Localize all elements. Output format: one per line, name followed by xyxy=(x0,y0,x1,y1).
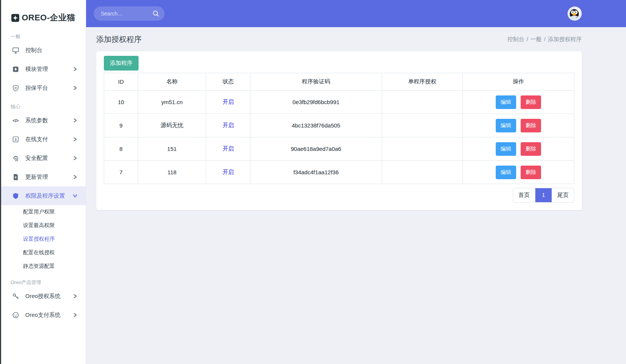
sidebar-item-update[interactable]: 更新管理 > xyxy=(1,167,86,186)
sidebar-item-payment[interactable]: $ 在线支付 > xyxy=(1,130,86,149)
header-code: 程序验证码 xyxy=(250,73,382,91)
cell-code: 0e3fb29fd6bcb991 xyxy=(250,91,382,114)
status-toggle-link[interactable]: 开启 xyxy=(222,98,234,105)
cell-id: 9 xyxy=(104,114,138,137)
search-box xyxy=(94,6,165,21)
sidebar-item-guarantee[interactable]: 担 担保平台 > xyxy=(1,78,86,97)
header-single-auth: 单程序授权 xyxy=(382,73,463,91)
search-icon[interactable] xyxy=(152,10,160,17)
sidebar-item-sysparams[interactable]: </> 系统参数 > xyxy=(1,111,86,130)
brand-logo[interactable]: OREO-企业猫 xyxy=(1,0,86,27)
submenu-item-auth-program[interactable]: 设置授权程序 xyxy=(1,232,86,246)
face-icon xyxy=(11,312,20,319)
cell-single-auth xyxy=(382,137,463,161)
pagination-last[interactable]: 尾页 xyxy=(552,188,574,202)
user-avatar[interactable] xyxy=(567,6,582,21)
breadcrumb-current: 添加授权程序 xyxy=(544,36,582,43)
header-id: ID xyxy=(104,73,138,91)
cell-single-auth xyxy=(382,91,463,114)
breadcrumb-console[interactable]: 控制台 xyxy=(507,36,524,43)
edit-button[interactable]: 编辑 xyxy=(496,95,516,109)
sidebar-item-label: 担保平台 xyxy=(25,84,48,92)
sidebar-item-label: 更新管理 xyxy=(25,174,48,181)
cell-id: 8 xyxy=(104,137,138,161)
monitor-icon xyxy=(11,47,20,54)
sidebar-section-general: 一般 xyxy=(11,33,86,40)
delete-button[interactable]: 删除 xyxy=(521,142,541,156)
cell-name: 118 xyxy=(138,161,206,184)
topbar xyxy=(86,0,626,27)
sidebar-item-label: Oreo支付系统 xyxy=(25,312,60,319)
cell-name: 源码无忧 xyxy=(138,114,206,137)
table-row: 10 ym51.cn 开启 0e3fb29fd6bcb991 编辑 删除 xyxy=(104,91,574,114)
pagination-row: 首页 1 尾页 xyxy=(104,188,574,203)
status-toggle-link[interactable]: 开启 xyxy=(222,169,234,175)
edit-button[interactable]: 编辑 xyxy=(496,142,516,156)
edit-button[interactable]: 编辑 xyxy=(496,166,516,179)
delete-button[interactable]: 删除 xyxy=(521,166,541,179)
sidebar-item-label: Oreo授权系统 xyxy=(25,293,60,300)
sidebar-section-oreo: Oreo产品管理 xyxy=(11,279,86,286)
chevron-down-icon: > xyxy=(71,194,79,197)
svg-text:担: 担 xyxy=(14,86,17,89)
fingerprint-icon xyxy=(11,155,20,162)
pagination-page-1[interactable]: 1 xyxy=(535,188,552,202)
brand-shield-icon xyxy=(11,14,19,22)
chevron-right-icon: > xyxy=(74,292,77,300)
sidebar-item-label: 控制台 xyxy=(25,47,42,54)
svg-text:$: $ xyxy=(14,137,17,141)
chevron-right-icon: > xyxy=(74,135,77,143)
submenu-item-user-perm[interactable]: 配置用户权限 xyxy=(1,205,86,219)
permissions-submenu: 配置用户权限 设置最高权限 设置授权程序 配置在线授权 静态资源配置 xyxy=(1,205,86,273)
sidebar-item-label: 模块管理 xyxy=(25,66,48,73)
shield-icon xyxy=(11,192,20,200)
sidebar-item-permissions[interactable]: 权限及程序设置 > xyxy=(1,186,86,205)
cell-id: 10 xyxy=(104,91,138,114)
pagination-first[interactable]: 首页 xyxy=(513,188,535,202)
edit-button[interactable]: 编辑 xyxy=(496,119,516,132)
chevron-right-icon: > xyxy=(74,154,77,162)
chevron-right-icon: > xyxy=(74,311,77,319)
cell-id: 7 xyxy=(104,161,138,184)
sidebar-section-core: 核心 xyxy=(11,103,86,110)
page-title: 添加授权程序 xyxy=(96,34,142,45)
dollar-square-icon: $ xyxy=(11,136,20,143)
table-row: 8 151 开启 90ae618a9ed7a0a6 编辑 删除 xyxy=(104,137,574,161)
sidebar-item-modules[interactable]: 模块管理 > xyxy=(1,60,86,78)
add-program-button[interactable]: 添加程序 xyxy=(104,56,139,71)
table-row: 7 118 开启 f34adc4f1aa12f36 编辑 删除 xyxy=(104,161,574,184)
status-toggle-link[interactable]: 开启 xyxy=(222,122,234,128)
delete-button[interactable]: 删除 xyxy=(521,95,541,109)
table-header-row: ID 名称 状态 程序验证码 单程序授权 操作 xyxy=(104,73,574,91)
guarantee-shield-icon: 担 xyxy=(11,84,20,92)
delete-button[interactable]: 删除 xyxy=(521,119,541,132)
submenu-item-online-auth[interactable]: 配置在线授权 xyxy=(1,246,86,260)
pagination: 首页 1 尾页 xyxy=(513,188,574,203)
sidebar-item-label: 系统参数 xyxy=(25,117,48,124)
submenu-item-max-perm[interactable]: 设置最高权限 xyxy=(1,219,86,232)
submenu-item-static-res[interactable]: 静态资源配置 xyxy=(1,260,86,273)
chevron-right-icon: > xyxy=(74,116,77,124)
status-toggle-link[interactable]: 开启 xyxy=(222,145,234,152)
chevron-right-icon: > xyxy=(74,173,77,181)
sidebar-item-label: 安全配置 xyxy=(25,155,48,162)
code-icon: </> xyxy=(11,118,20,123)
header-actions: 操作 xyxy=(463,73,574,91)
sidebar: OREO-企业猫 一般 控制台 模块管理 > 担 担保平台 > 核心 xyxy=(0,0,86,364)
sidebar-item-security[interactable]: 安全配置 > xyxy=(1,149,86,167)
page-header: 添加授权程序 控制台 一般 添加授权程序 xyxy=(86,27,626,51)
breadcrumb-general[interactable]: 一般 xyxy=(527,36,542,43)
cell-single-auth xyxy=(382,114,463,137)
sidebar-item-label: 权限及程序设置 xyxy=(25,192,65,200)
key-icon xyxy=(11,293,20,300)
brand-title: OREO-企业猫 xyxy=(22,12,75,23)
sidebar-item-console[interactable]: 控制台 xyxy=(1,41,86,60)
file-update-icon xyxy=(11,174,20,181)
cell-name: ym51.cn xyxy=(138,91,206,114)
header-name: 名称 xyxy=(138,73,206,91)
sidebar-item-oreo-pay[interactable]: Oreo支付系统 > xyxy=(1,306,86,324)
programs-table: ID 名称 状态 程序验证码 单程序授权 操作 10 ym51.cn 开启 0e… xyxy=(104,73,574,184)
sidebar-item-oreo-auth[interactable]: Oreo授权系统 > xyxy=(1,287,86,306)
module-box-icon xyxy=(11,66,20,73)
cell-code: f34adc4f1aa12f36 xyxy=(250,161,382,184)
